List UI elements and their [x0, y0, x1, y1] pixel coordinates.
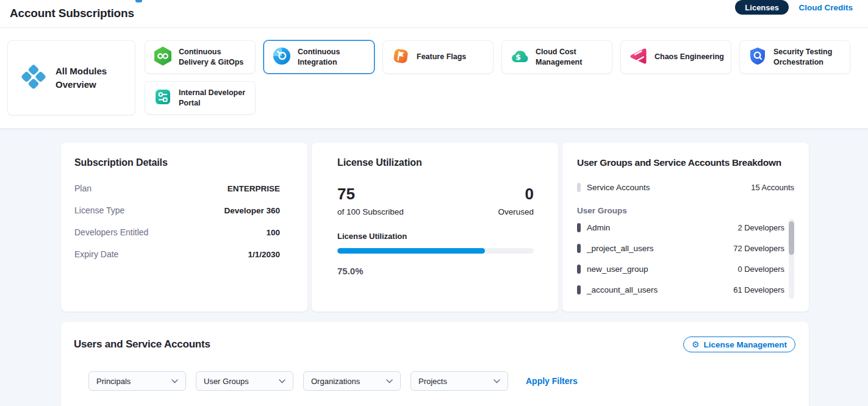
- user-groups-filter-dropdown[interactable]: User Groups: [196, 371, 293, 391]
- apply-filters-link[interactable]: Apply Filters: [526, 376, 578, 386]
- detail-row-plan: Plan ENTERPRISE: [74, 177, 294, 199]
- principals-filter-dropdown[interactable]: Principals: [88, 371, 186, 391]
- module-tile-chaos-engineering[interactable]: Chaos Engineering: [620, 40, 731, 74]
- license-utilization-title: License Utilization: [337, 157, 534, 168]
- user-groups-heading: User Groups: [577, 206, 794, 215]
- utilization-percent: 75.0%: [337, 266, 534, 276]
- user-group-bullet-icon: [577, 285, 581, 294]
- filters-row: Principals User Groups Organizations Pro…: [74, 371, 795, 391]
- page-header: Account Subscriptions Licenses Cloud Cre…: [0, 0, 868, 28]
- license-management-label: License Management: [703, 340, 787, 349]
- cloud-cost-icon: $: [510, 46, 529, 68]
- continuous-integration-icon: [272, 46, 292, 68]
- chevron-down-icon: [171, 379, 178, 383]
- service-accounts-count: 15 Accounts: [751, 183, 794, 192]
- user-group-name: _account_all_users: [587, 285, 658, 294]
- used-block: 75 of 100 Subscribed: [337, 186, 404, 216]
- all-modules-overview-label: All Modules Overview: [56, 65, 112, 91]
- detail-row-expiry-date: Expiry Date 1/1/2030: [74, 243, 294, 265]
- service-accounts-row: Service Accounts 15 Accounts: [577, 183, 794, 192]
- group-list-scrollbar-thumb[interactable]: [789, 221, 794, 255]
- module-tile-cloud-cost[interactable]: $ Cloud Cost Management: [501, 40, 612, 74]
- module-tile-security-testing[interactable]: Security Testing Orchestration: [739, 40, 850, 74]
- user-group-bullet-icon: [577, 223, 581, 232]
- user-group-count: 0 Developers: [737, 265, 784, 274]
- module-tile-label: Security Testing Orchestration: [773, 47, 845, 68]
- module-tile-continuous-delivery[interactable]: Continuous Delivery & GitOps: [145, 40, 256, 74]
- module-tile-label: Cloud Cost Management: [536, 47, 607, 68]
- user-group-count: 61 Developers: [733, 285, 784, 294]
- overused-count: 0: [498, 186, 534, 202]
- module-tile-label: Feature Flags: [417, 52, 466, 62]
- subscription-details-title: Subscription Details: [74, 157, 294, 168]
- service-accounts-label: Service Accounts: [587, 183, 650, 192]
- module-tile-label: Chaos Engineering: [655, 52, 724, 62]
- dropdown-label: Organizations: [311, 377, 360, 386]
- module-tile-internal-developer-portal[interactable]: Internal Developer Portal: [145, 81, 256, 115]
- detail-value: 1/1/2030: [248, 250, 280, 259]
- all-modules-icon: [20, 63, 48, 93]
- module-tile-label: Continuous Integration: [298, 47, 369, 68]
- user-group-count: 72 Developers: [733, 244, 784, 253]
- summary-cards-row: Subscription Details Plan ENTERPRISE Lic…: [61, 143, 868, 312]
- user-group-name: _project_all_users: [587, 244, 654, 253]
- utilization-bar-label: License Utilization: [337, 232, 534, 241]
- overused-caption: Overused: [498, 207, 534, 216]
- detail-row-developers-entitled: Developers Entitled 100: [74, 221, 294, 243]
- users-section-header: Users and Service Accounts ⚙ License Man…: [74, 337, 795, 352]
- detail-row-license-type: License Type Developer 360: [74, 199, 294, 221]
- all-modules-overview-tile[interactable]: All Modules Overview: [7, 40, 135, 115]
- user-group-name: new_user_group: [587, 265, 648, 274]
- users-service-accounts-card: Users and Service Accounts ⚙ License Man…: [61, 322, 809, 406]
- subscription-details-card: Subscription Details Plan ENTERPRISE Lic…: [61, 143, 307, 312]
- module-tile-continuous-integration[interactable]: Continuous Integration: [264, 40, 375, 74]
- detail-label: Expiry Date: [74, 249, 118, 259]
- continuous-delivery-icon: [153, 46, 173, 68]
- detail-value: Developer 360: [224, 206, 280, 215]
- organizations-filter-dropdown[interactable]: Organizations: [303, 371, 401, 391]
- module-selector-band: All Modules Overview Continuous Delivery…: [0, 28, 868, 128]
- user-group-row: Admin 2 Developers: [577, 217, 794, 238]
- chevron-down-icon: [279, 379, 285, 383]
- module-tile-label: Internal Developer Portal: [179, 88, 250, 109]
- license-utilization-card: License Utilization 75 of 100 Subscribed…: [312, 143, 558, 312]
- used-caption: of 100 Subscribed: [337, 207, 404, 216]
- subscription-detail-rows: Plan ENTERPRISE License Type Developer 3…: [74, 177, 294, 265]
- detail-label: License Type: [74, 205, 124, 215]
- user-group-row: _account_all_users 61 Developers: [577, 279, 794, 300]
- user-group-list: Admin 2 Developers _project_all_users 72…: [577, 217, 794, 300]
- top-edge-artifact: [135, 0, 142, 2]
- module-tile-feature-flags[interactable]: Feature Flags: [382, 40, 493, 74]
- dropdown-label: Principals: [96, 377, 131, 386]
- module-tiles: Continuous Delivery & GitOps Continuous …: [145, 40, 858, 115]
- svg-text:$: $: [515, 52, 521, 61]
- user-group-bullet-icon: [577, 244, 581, 253]
- licenses-tab-button[interactable]: Licenses: [735, 0, 789, 15]
- utilization-progress-track: [337, 248, 534, 254]
- service-accounts-bullet-icon: [577, 183, 581, 192]
- user-group-row: _project_all_users 72 Developers: [577, 238, 794, 258]
- detail-value: ENTERPRISE: [228, 184, 280, 193]
- module-tile-label: Continuous Delivery & GitOps: [179, 47, 250, 68]
- user-group-count: 2 Developers: [737, 223, 784, 232]
- gear-icon: ⚙: [692, 340, 700, 349]
- cloud-credits-link[interactable]: Cloud Credits: [798, 3, 853, 12]
- projects-filter-dropdown[interactable]: Projects: [411, 371, 508, 391]
- detail-value: 100: [266, 228, 280, 237]
- users-section-title: Users and Service Accounts: [74, 338, 210, 351]
- chevron-down-icon: [493, 379, 500, 383]
- overused-block: 0 Overused: [498, 186, 534, 216]
- user-group-row: new_user_group 0 Developers: [577, 258, 794, 279]
- dropdown-label: Projects: [418, 377, 447, 386]
- breakdown-card: User Groups and Service Accounts Breakdo…: [562, 143, 809, 312]
- utilization-progress-fill: [337, 248, 485, 254]
- chaos-engineering-icon: [629, 46, 648, 68]
- used-count: 75: [337, 186, 404, 202]
- dropdown-label: User Groups: [204, 377, 249, 386]
- security-testing-icon: [748, 46, 767, 68]
- license-management-button[interactable]: ⚙ License Management: [683, 337, 795, 352]
- utilization-numbers: 75 of 100 Subscribed 0 Overused: [337, 186, 534, 216]
- feature-flags-icon: [391, 46, 411, 68]
- group-list-scrollbar-track[interactable]: [789, 219, 794, 299]
- chevron-down-icon: [386, 379, 393, 383]
